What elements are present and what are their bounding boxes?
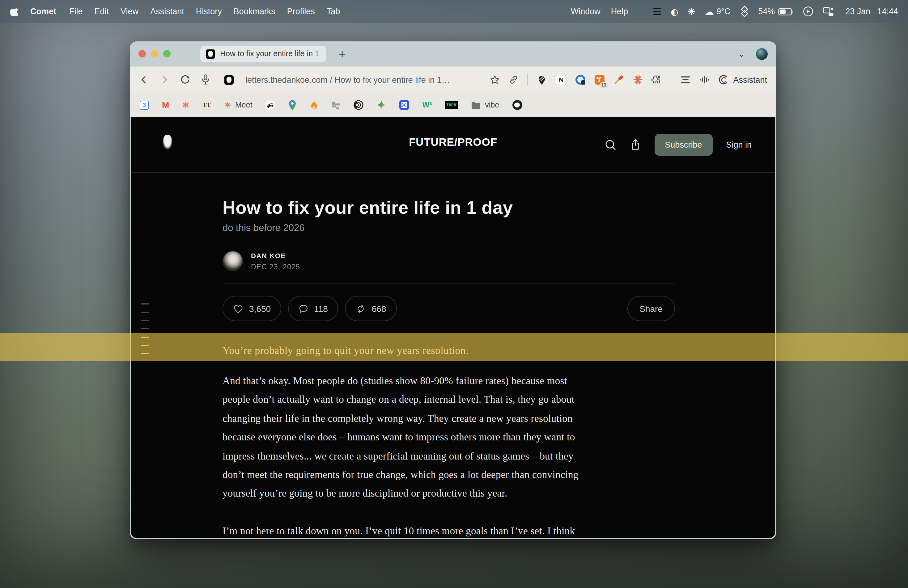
site-header: FUTURE/PROOF Subscribe Sign in: [131, 117, 775, 173]
article-subtitle: do this before 2026: [222, 222, 675, 233]
bookmark-google-maps[interactable]: [288, 100, 297, 111]
menu-assistant[interactable]: Assistant: [150, 7, 184, 16]
menu-window[interactable]: Window: [571, 7, 601, 16]
byline: DAN KOE DEC 23, 2025: [222, 251, 675, 271]
article: How to fix your entire life in 1 day do …: [222, 172, 675, 538]
display-contrast-icon[interactable]: ◐: [671, 6, 678, 16]
menu-status-hamburger-icon[interactable]: [653, 7, 662, 16]
bookmark-w3schools[interactable]: W³: [422, 101, 432, 109]
microphone-icon[interactable]: [201, 74, 210, 85]
menu-history[interactable]: History: [196, 7, 222, 16]
apple-logo-icon: [10, 5, 19, 16]
play-circle-icon[interactable]: [803, 6, 813, 17]
comment-count: 118: [314, 304, 328, 313]
author-avatar[interactable]: [222, 251, 243, 271]
eyedropper-extension-icon[interactable]: [613, 74, 624, 85]
menu-app-name[interactable]: Comet: [30, 7, 56, 16]
bookmark-folder-vibe[interactable]: vibe: [471, 101, 499, 109]
reload-button[interactable]: [180, 74, 190, 85]
onepassword-extension-icon[interactable]: [575, 74, 585, 85]
assistant-button[interactable]: Assistant: [718, 74, 767, 85]
battery-percent: 54%: [758, 7, 775, 16]
bookmark-hubspot[interactable]: ✱: [182, 100, 189, 110]
comment-icon: [299, 304, 308, 313]
copy-link-icon[interactable]: [509, 75, 518, 85]
tab-title: How to fix your entire life in 1: [220, 50, 319, 58]
url-display[interactable]: letters.thedankoe.com / How to fix your …: [245, 75, 450, 84]
comment-button[interactable]: 118: [288, 296, 338, 321]
orange-extension-icon[interactable]: 11: [594, 74, 605, 85]
bookmark-github[interactable]: [512, 100, 522, 110]
openai-status-icon[interactable]: ❋: [687, 6, 695, 17]
window-controls: [138, 50, 171, 58]
share-button[interactable]: Share: [627, 296, 675, 321]
menu-tab[interactable]: Tab: [327, 7, 340, 16]
macos-menu-bar: Comet File Edit View Assistant History B…: [0, 0, 908, 23]
bookmark-grey-blocks[interactable]: [332, 100, 341, 110]
menu-file[interactable]: File: [69, 7, 83, 16]
active-tab[interactable]: How to fix your entire life in 1: [200, 45, 326, 62]
restack-button[interactable]: 668: [345, 296, 397, 321]
menu-bookmarks[interactable]: Bookmarks: [233, 7, 275, 16]
page-viewport: FUTURE/PROOF Subscribe Sign in: [131, 117, 775, 538]
map-pin-extension-icon[interactable]: [536, 74, 547, 85]
weather-cloud-icon: ☁: [705, 6, 714, 17]
folder-icon: [471, 101, 481, 109]
article-title: How to fix your entire life in 1 day: [222, 196, 675, 218]
menu-profiles[interactable]: Profiles: [287, 7, 315, 16]
forward-button[interactable]: [159, 75, 169, 85]
minimize-window-button[interactable]: [151, 50, 158, 58]
battery-icon: [778, 8, 793, 15]
author-name[interactable]: DAN KOE: [251, 252, 300, 259]
bookmark-flame[interactable]: [310, 100, 319, 110]
like-button[interactable]: 3,650: [222, 296, 281, 321]
tab-favicon: [206, 49, 215, 58]
assistant-label: Assistant: [733, 75, 767, 84]
battery-widget[interactable]: 54%: [758, 7, 793, 16]
signin-link[interactable]: Sign in: [726, 140, 752, 149]
extension-badge: 11: [600, 82, 609, 88]
voice-waveform-icon[interactable]: [699, 74, 710, 85]
menu-help[interactable]: Help: [611, 7, 628, 16]
stage-manager-icon[interactable]: [823, 6, 834, 16]
weather-widget[interactable]: ☁ 9°C: [705, 6, 730, 17]
bookmark-gemini-star[interactable]: [377, 100, 386, 110]
back-button[interactable]: [139, 75, 149, 85]
site-search-icon[interactable]: [604, 139, 616, 150]
menu-bar-date[interactable]: 23 Jan: [845, 7, 870, 16]
reader-lines-icon[interactable]: [680, 74, 691, 85]
menu-bar-time[interactable]: 14:44: [877, 7, 898, 16]
divider: [222, 283, 675, 284]
url-favicon: [224, 75, 233, 84]
apple-menu[interactable]: [10, 5, 19, 18]
notion-extension-icon[interactable]: N: [556, 74, 566, 85]
heart-icon: [233, 304, 243, 313]
bookmark-financial-times[interactable]: FT: [203, 100, 212, 110]
site-share-icon[interactable]: [629, 138, 641, 151]
menu-view[interactable]: View: [121, 7, 138, 16]
tab-overview-chevron-icon[interactable]: ⌄: [738, 48, 745, 59]
menu-edit[interactable]: Edit: [95, 7, 109, 16]
starburst-extension-icon[interactable]: [632, 74, 643, 85]
bookmark-arcs-app[interactable]: [266, 100, 275, 110]
bookmark-blue-app[interactable]: [399, 100, 409, 110]
share-label: Share: [639, 304, 663, 313]
extensions-puzzle-icon[interactable]: [652, 74, 662, 85]
zoom-window-button[interactable]: [163, 50, 171, 58]
subscribe-button[interactable]: Subscribe: [654, 134, 712, 155]
bookmark-meet[interactable]: ✱ Meet: [225, 101, 253, 109]
bookmark-spiral-circles[interactable]: [354, 100, 364, 110]
profile-avatar[interactable]: [756, 48, 768, 59]
bookmark-gmail[interactable]: M: [162, 100, 169, 110]
bookmark-google-calendar[interactable]: 3: [140, 100, 149, 110]
bookmarks-bar: 3 M ✱ FT ✱ Meet: [130, 93, 776, 117]
bookmark-star-icon[interactable]: [489, 74, 500, 85]
browser-window: How to fix your entire life in 1 + ⌄: [130, 42, 776, 539]
menu-bar-status-area: Window Help ◐ ❋ ☁ 9°C 54%: [571, 6, 898, 17]
close-window-button[interactable]: [138, 50, 146, 58]
tab-strip: How to fix your entire life in 1 + ⌄: [130, 42, 776, 66]
raycast-diamonds-icon[interactable]: [740, 6, 749, 17]
bookmark-tbpn[interactable]: TBPN: [445, 101, 458, 109]
new-tab-button[interactable]: +: [339, 48, 346, 59]
publish-date: DEC 23, 2025: [251, 263, 300, 270]
